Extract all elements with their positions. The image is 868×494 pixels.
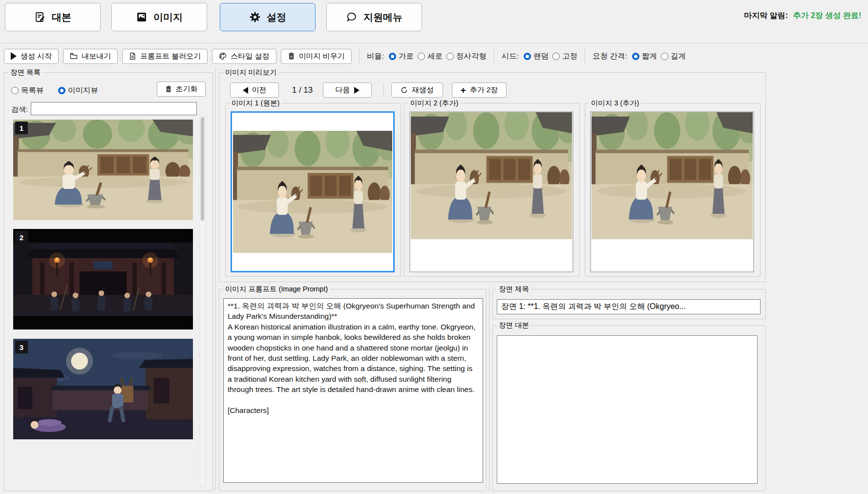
add-two-button[interactable]: + 추가 2장: [452, 82, 507, 98]
seed-group: 시드: 랜덤 고정: [502, 51, 577, 62]
interval-short-label: 짧게: [642, 51, 657, 62]
image-preview-panel: 이미지 미리보기 이전 1 / 13 다음 재생성 + 추가 2장 이미지 1 …: [219, 72, 766, 282]
load-prompt-button[interactable]: 프롬프트 불러오기: [122, 49, 208, 64]
seed-option-fixed[interactable]: 고정: [552, 51, 577, 62]
tab-support[interactable]: 지원메뉴: [326, 3, 422, 31]
radio-icon: [389, 53, 396, 60]
seed-label: 시드:: [502, 51, 519, 62]
radio-icon: [632, 53, 639, 60]
radio-icon: [661, 53, 668, 60]
scene-thumbnail-3[interactable]: 3: [13, 339, 193, 439]
image-frame-1-title: 이미지 1 (원본): [230, 99, 281, 108]
regenerate-button[interactable]: 재생성: [391, 82, 443, 98]
panel-sash-vertical[interactable]: [215, 68, 216, 491]
tab-script[interactable]: 대본: [5, 3, 101, 31]
scene-number-badge: 2: [15, 231, 28, 244]
reset-button[interactable]: 초기화: [157, 82, 206, 97]
style-settings-button[interactable]: 스타일 설정: [212, 49, 276, 64]
scene-thumbnail-1[interactable]: 1: [13, 120, 193, 220]
scene-thumbnail-2[interactable]: 2: [13, 229, 193, 329]
radio-icon: [11, 87, 19, 94]
toolbar: 생성 시작 내보내기 프롬프트 불러오기 스타일 설정: [4, 47, 686, 65]
image-icon: [136, 11, 148, 23]
tab-settings[interactable]: 설정: [220, 3, 316, 31]
interval-label: 요청 간격:: [593, 51, 627, 62]
seed-random-label: 랜덤: [533, 51, 549, 62]
search-label: 검색:: [11, 105, 28, 114]
load-prompt-label: 프롬프트 불러오기: [140, 52, 201, 61]
trash-icon: [165, 85, 172, 93]
image-3-extra[interactable]: [590, 111, 754, 272]
scene-number-badge: 1: [15, 122, 28, 134]
reset-label: 초기화: [176, 84, 198, 94]
scrollbar-thumb[interactable]: [201, 117, 204, 221]
ratio-option-portrait[interactable]: 세로: [418, 51, 443, 62]
document-icon: [129, 52, 136, 60]
clear-images-button[interactable]: 이미지 비우기: [281, 49, 352, 64]
gear-icon: [249, 11, 261, 23]
view-option-list[interactable]: 목록뷰: [11, 85, 44, 96]
page-indicator: 1 / 13: [283, 85, 322, 95]
search-input[interactable]: [31, 102, 197, 115]
regenerate-label: 재생성: [412, 85, 434, 95]
tab-support-label: 지원메뉴: [363, 11, 402, 24]
chat-icon: [346, 11, 358, 23]
interval-long-label: 길게: [671, 51, 686, 62]
refresh-icon: [401, 86, 408, 94]
image-preview-title: 이미지 미리보기: [223, 68, 279, 77]
scene-title-label: 장면 제목: [497, 285, 531, 294]
toolbar-separator-1: [359, 49, 360, 63]
ratio-square-label: 정사각형: [456, 51, 487, 62]
prev-label: 이전: [252, 85, 267, 95]
last-notice-label: 마지막 알림:: [744, 11, 788, 20]
start-generation-label: 생성 시작: [21, 52, 52, 61]
image-prompt-textarea[interactable]: **1. 옥련의 괴력과 박 부인의 오해 (Okgryeon's Superh…: [223, 298, 483, 483]
export-label: 내보내기: [82, 52, 111, 61]
tab-script-label: 대본: [52, 11, 71, 24]
folder-icon: [70, 52, 78, 60]
view-option-image[interactable]: 이미지뷰: [58, 85, 98, 96]
trash-icon: [288, 52, 295, 60]
start-generation-button[interactable]: 생성 시작: [4, 49, 59, 64]
scene-title-input[interactable]: [497, 299, 761, 314]
ratio-option-landscape[interactable]: 가로: [389, 51, 414, 62]
radio-icon: [552, 53, 560, 60]
ratio-option-square[interactable]: 정사각형: [446, 51, 487, 62]
image-2-extra[interactable]: [409, 111, 573, 272]
image-frame-2-title: 이미지 2 (추가): [408, 99, 460, 108]
radio-icon: [524, 53, 531, 60]
scene-list-scrollbar[interactable]: [200, 116, 205, 485]
next-button[interactable]: 다음: [323, 82, 372, 98]
scene-script-textarea[interactable]: [497, 335, 758, 484]
interval-option-long[interactable]: 길게: [661, 51, 686, 62]
radio-icon: [418, 53, 425, 60]
tab-settings-label: 설정: [267, 11, 286, 24]
image-frame-3-title: 이미지 3 (추가): [589, 99, 641, 108]
view-image-label: 이미지뷰: [68, 85, 98, 96]
palette-icon: [219, 52, 227, 60]
image-prompt-panel: 이미지 프롬프트 (Image Prompt) **1. 옥련의 괴력과 박 부…: [219, 289, 487, 491]
view-list-label: 목록뷰: [21, 85, 44, 96]
image-1-original[interactable]: [231, 111, 395, 272]
scene-number-badge: 3: [15, 341, 28, 353]
interval-option-short[interactable]: 짧게: [632, 51, 657, 62]
prev-button[interactable]: 이전: [230, 82, 279, 98]
ratio-landscape-label: 가로: [399, 51, 414, 62]
bottom-sash-vertical[interactable]: [489, 287, 489, 491]
seed-option-random[interactable]: 랜덤: [524, 51, 549, 62]
style-settings-label: 스타일 설정: [231, 52, 269, 61]
image-prompt-title: 이미지 프롬프트 (Image Prompt): [223, 285, 330, 294]
scene-title-panel: 장면 제목: [492, 289, 766, 319]
tab-image-label: 이미지: [153, 11, 183, 24]
plus-icon: +: [461, 85, 466, 95]
tab-image[interactable]: 이미지: [111, 3, 207, 31]
play-icon: [11, 52, 17, 60]
scene-script-panel: 장면 대본: [492, 325, 766, 491]
seed-fixed-label: 고정: [562, 51, 577, 62]
ratio-group: 비율: 가로 세로 정사각형: [367, 51, 487, 62]
scene-list-panel: 장면 목록 목록뷰 이미지뷰 초기화 검색: 1 2 3: [4, 72, 213, 491]
export-button[interactable]: 내보내기: [63, 49, 118, 64]
add-two-label: 추가 2장: [470, 85, 498, 95]
next-arrow-icon: [354, 87, 360, 94]
image-frame-2: 이미지 2 (추가): [404, 103, 580, 277]
